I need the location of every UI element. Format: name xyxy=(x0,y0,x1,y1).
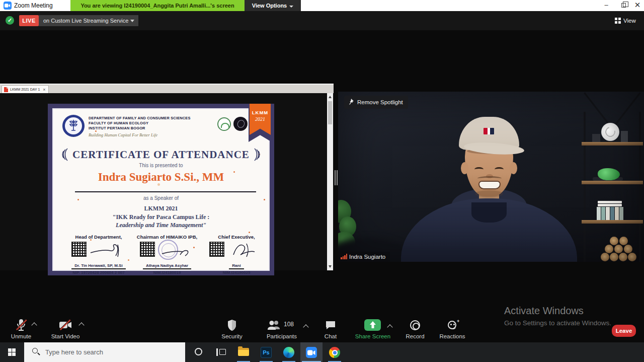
recipient-name: Indra Sugiarto S.Si., MM xyxy=(52,171,270,184)
unmute-button[interactable]: Unmute xyxy=(1,319,41,339)
signature-scribble xyxy=(226,241,262,259)
certificate-title: CERTIFICATE OF ATTENDANCE xyxy=(72,149,250,161)
qr-code xyxy=(71,242,87,257)
participants-icon xyxy=(267,320,282,331)
person-chin xyxy=(475,190,503,197)
search-icon xyxy=(32,348,38,353)
shelf-frame xyxy=(615,92,640,124)
share-screen-button[interactable]: Share Screen xyxy=(352,319,393,339)
photoshop-icon: Ps xyxy=(261,347,272,358)
minimize-button[interactable]: – xyxy=(599,0,614,11)
scrollbar-thumb[interactable] xyxy=(328,101,332,124)
participant-name: Indra Sugiarto xyxy=(349,254,385,260)
remove-spotlight-button[interactable]: Remove Spotlight xyxy=(344,96,408,109)
event-name: LKMM 2021 xyxy=(52,205,270,212)
task-view-icon xyxy=(216,348,218,356)
zoom-meeting-window: Zoom Meeting You are viewing I24190004_A… xyxy=(0,0,644,362)
person-ear xyxy=(461,162,468,174)
pdf-tab-bar: LKMM 2021 DAY 1 × xyxy=(0,85,334,93)
scroll-down-icon[interactable] xyxy=(329,265,332,268)
ribbon-text-top: LKMM xyxy=(250,110,271,115)
dept-line1: DEPARTMENT OF FAMILY AND CONSUMER SCIENC… xyxy=(89,116,214,121)
shell-ornament xyxy=(601,123,619,141)
event-theme-line2: Leadership and Time Management" xyxy=(52,222,270,229)
chat-button[interactable]: Chat xyxy=(310,319,351,339)
ornament-left-icon xyxy=(61,148,68,162)
window-title: Zoom Meeting xyxy=(14,0,53,11)
pdf-tab-title: LKMM 2021 DAY 1 xyxy=(10,88,40,91)
dept-line3: INSTITUT PERTANIAN BOGOR xyxy=(89,126,214,131)
event-theme-line1: "IKK Ready for Pasca Campus Life : xyxy=(52,213,270,221)
windows-taskbar: Type here to search Ps xyxy=(0,342,644,362)
signatory-id: NIP. 19720428 200604 2 007 xyxy=(63,270,134,275)
chat-bubble-icon xyxy=(325,320,336,331)
start-button[interactable] xyxy=(0,342,24,362)
security-shield-icon: ✓ xyxy=(6,16,14,25)
record-icon xyxy=(410,320,420,330)
pin-icon xyxy=(348,99,354,105)
activate-windows-watermark: Activate Windows Go to Settings to activ… xyxy=(504,305,611,327)
reactions-button[interactable]: + Reactions xyxy=(432,319,472,339)
signatory-id: NIM.I24190025 xyxy=(201,270,272,275)
panel-divider-handle[interactable] xyxy=(337,170,338,185)
ribbon-text-bottom: 2021 xyxy=(250,116,271,122)
shelf-plank xyxy=(582,220,643,224)
certificate-header: DEPARTMENT OF FAMILY AND CONSUMER SCIENC… xyxy=(89,116,214,137)
gallery-view-button[interactable]: View xyxy=(615,16,636,26)
zoom-app-icon xyxy=(4,2,12,10)
chevron-down-icon xyxy=(289,6,293,8)
participants-count: 108 xyxy=(284,321,294,328)
connection-signal-icon xyxy=(341,254,348,259)
signatory-name: Dr. Tin Herawati, SP, M.Si xyxy=(71,263,125,269)
ipb-university-logo xyxy=(62,115,85,137)
screen-share-banner: You are viewing I24190004_Anggita Putri … xyxy=(70,0,245,11)
divider-line xyxy=(75,191,256,192)
cortana-icon xyxy=(195,348,202,355)
signatory-name: Rani xyxy=(229,263,244,269)
chevron-down-icon xyxy=(130,20,134,22)
security-button[interactable]: Security xyxy=(212,319,252,339)
windows-logo-icon xyxy=(8,348,16,356)
signatory-head-of-department: Head of Department, Dr. Tin Herawati, SP… xyxy=(63,234,134,275)
file-explorer-button[interactable] xyxy=(232,342,255,362)
grid-view-icon xyxy=(615,18,621,24)
start-video-button[interactable]: Start Video xyxy=(45,319,86,339)
himaiko-logo xyxy=(217,117,231,131)
task-view-button[interactable] xyxy=(210,342,232,362)
title-bar: Zoom Meeting You are viewing I24190004_A… xyxy=(0,0,644,11)
view-options-button[interactable]: View Options xyxy=(245,0,301,11)
qr-code xyxy=(140,242,155,257)
chrome-button[interactable] xyxy=(324,342,346,362)
green-glass-ornament xyxy=(598,168,620,180)
leave-button[interactable]: Leave xyxy=(612,325,636,337)
panel-divider-handle[interactable] xyxy=(335,170,336,185)
shared-screen-content: LKMM 2021 DAY 1 × DEPARTMENT OF FAMILY A… xyxy=(0,84,334,269)
tagline-script: Building Human Capital For Better Life xyxy=(89,132,214,137)
cap-flag-logo xyxy=(484,128,494,134)
edge-button[interactable] xyxy=(278,342,300,362)
cortana-button[interactable] xyxy=(188,342,210,362)
shelf-rail xyxy=(584,112,586,262)
zoom-taskbar-button[interactable] xyxy=(300,342,323,362)
presented-to-label: This is presented to xyxy=(52,163,270,168)
pdf-file-icon xyxy=(4,87,8,92)
share-screen-icon xyxy=(364,319,381,331)
scroll-up-icon[interactable] xyxy=(329,96,332,98)
book-stack xyxy=(598,201,622,207)
participants-button[interactable]: 108 Participants xyxy=(259,319,305,339)
tab-close-icon[interactable]: × xyxy=(43,87,45,92)
zoom-icon xyxy=(306,347,317,358)
person-ear xyxy=(510,162,517,174)
close-button[interactable]: ✕ xyxy=(630,0,644,11)
ornament-right-icon xyxy=(254,148,261,162)
stream-service-dropdown[interactable]: on Custom Live Streaming Service xyxy=(39,15,138,26)
pdf-document-tab[interactable]: LKMM 2021 DAY 1 × xyxy=(2,85,49,93)
pdf-scrollbar[interactable] xyxy=(327,93,333,270)
spotlight-video-tile: Remove Spotlight Indra Sugiarto xyxy=(338,92,644,262)
taskbar-search-input[interactable]: Type here to search xyxy=(24,342,185,362)
photoshop-button[interactable]: Ps xyxy=(255,342,277,362)
signatory-name: Athaya Nadiya Asyhar xyxy=(143,263,191,269)
restore-button[interactable] xyxy=(616,0,631,11)
shelf-plank xyxy=(582,181,643,184)
record-button[interactable]: Record xyxy=(395,319,435,339)
